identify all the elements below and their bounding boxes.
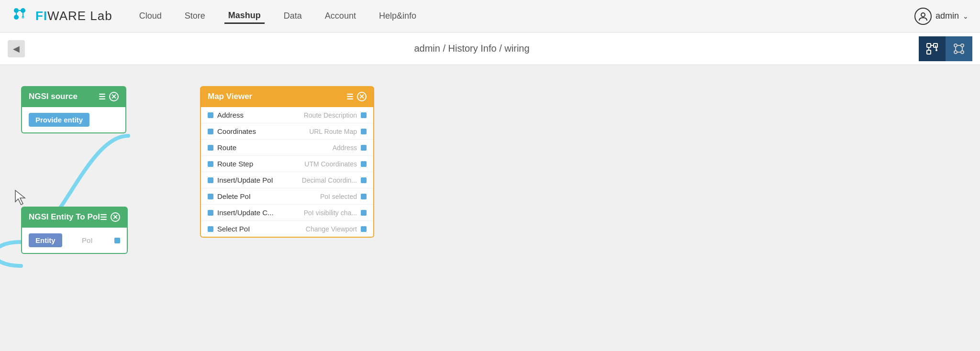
right-dot — [361, 194, 367, 199]
mv-row-value: UTM Coordinates — [304, 160, 357, 168]
ngsi-entity-widget: NGSI Entity To PoI ☰ ✕ Entity PoI — [21, 207, 128, 254]
account-avatar — [914, 8, 932, 25]
entity-endpoint-row: Entity PoI — [29, 233, 120, 247]
map-viewer-row: Address Route Description — [201, 107, 373, 123]
ngsi-entity-menu-icon[interactable]: ☰ — [100, 213, 107, 222]
ngsi-entity-header: NGSI Entity To PoI ☰ ✕ — [21, 207, 128, 228]
account-label: admin — [935, 11, 959, 21]
svg-line-14 — [935, 45, 936, 49]
map-viewer-row: Route Address — [201, 140, 373, 156]
topnav: FIWARE Lab Cloud Store Mashup Data Accou… — [0, 0, 980, 33]
right-dot — [361, 145, 367, 151]
svg-point-15 — [954, 44, 957, 47]
mv-row-right: PoI selected — [320, 193, 367, 200]
mv-row-label: Select PoI — [217, 225, 250, 233]
left-dot — [208, 210, 213, 216]
right-dot — [361, 210, 367, 216]
mv-row-label: Address — [217, 111, 244, 119]
svg-point-13 — [935, 49, 937, 51]
poi-dot — [114, 238, 120, 243]
mv-row-right: UTM Coordinates — [304, 160, 367, 168]
left-dot — [208, 177, 213, 183]
map-viewer-row: Insert/Update PoI Decimal Coordin... — [201, 172, 373, 188]
nav-account[interactable]: Account — [321, 9, 360, 23]
mv-row-right: Change Viewport — [306, 225, 367, 233]
ngsi-source-title: NGSI source — [29, 92, 78, 101]
ngsi-entity-header-icons: ☰ ✕ — [100, 212, 120, 222]
nav-cloud[interactable]: Cloud — [135, 9, 166, 23]
map-viewer-widget: Map Viewer ☰ ✕ Address Route Description… — [200, 86, 374, 238]
poi-label: PoI — [82, 236, 95, 244]
map-viewer-header-icons: ☰ ✕ — [346, 92, 367, 101]
layout-view-button[interactable] — [946, 36, 972, 61]
mv-row-label: Coordinates — [217, 127, 256, 135]
mv-row-label: Insert/Update C... — [217, 208, 274, 217]
account-chevron: ⌄ — [963, 12, 969, 20]
mv-row-left: Insert/Update C... — [208, 208, 274, 217]
right-dot — [361, 226, 367, 232]
mv-row-value: PoI visibility cha... — [304, 209, 357, 217]
mv-row-left: Route — [208, 143, 236, 152]
svg-rect-8 — [927, 44, 931, 47]
left-dot — [208, 129, 213, 134]
left-dot — [208, 194, 213, 199]
mv-row-value: Route Description — [304, 111, 357, 119]
provide-entity-button[interactable]: Provide entity — [29, 113, 89, 127]
mv-row-value: Change Viewport — [306, 225, 357, 233]
svg-rect-10 — [927, 50, 931, 54]
logo-icon — [11, 6, 33, 27]
mv-row-value: PoI selected — [320, 193, 357, 200]
svg-point-18 — [961, 51, 964, 54]
wiring-canvas: NGSI source ☰ ✕ Provide entity NGSI Enti… — [0, 65, 980, 351]
left-dot — [208, 226, 213, 232]
ngsi-source-menu-icon[interactable]: ☰ — [99, 92, 105, 101]
map-viewer-row: Coordinates URL Route Map — [201, 123, 373, 140]
entity-button[interactable]: Entity — [29, 233, 62, 247]
map-viewer-body: Address Route Description Coordinates UR… — [200, 107, 374, 238]
left-dot — [208, 112, 213, 118]
svg-point-16 — [961, 44, 964, 47]
nav-helpinfo[interactable]: Help&info — [375, 9, 420, 23]
ngsi-source-close-icon[interactable]: ✕ — [109, 92, 119, 101]
nav-data[interactable]: Data — [280, 9, 306, 23]
ngsi-source-header-icons: ☰ ✕ — [99, 92, 119, 101]
mv-row-label: Route Step — [217, 160, 253, 168]
mv-row-right: Decimal Coordin... — [302, 176, 367, 184]
mv-row-value: URL Route Map — [309, 128, 357, 135]
mv-row-label: Route — [217, 143, 236, 152]
ngsi-source-header: NGSI source ☰ ✕ — [21, 86, 126, 107]
ngsi-entity-close-icon[interactable]: ✕ — [111, 212, 120, 222]
mv-row-value: Decimal Coordin... — [302, 176, 357, 184]
left-dot — [208, 161, 213, 167]
ngsi-source-body: Provide entity — [21, 107, 126, 133]
account-button[interactable]: admin ⌄ — [914, 8, 969, 25]
wiring-view-button[interactable] — [919, 36, 946, 61]
mv-row-left: Insert/Update PoI — [208, 176, 273, 184]
ngsi-entity-title: NGSI Entity To PoI — [29, 212, 100, 222]
breadcrumb-bar: ◀ admin / History Info / wiring — [0, 33, 980, 65]
mv-row-label: Delete PoI — [217, 192, 251, 200]
left-dot — [208, 145, 213, 151]
map-viewer-header: Map Viewer ☰ ✕ — [200, 86, 374, 107]
mv-row-right: Address — [333, 144, 367, 152]
nav-mashup[interactable]: Mashup — [224, 9, 265, 24]
breadcrumb-path: admin / History Info / wiring — [31, 43, 913, 54]
map-viewer-row: Delete PoI PoI selected — [201, 188, 373, 205]
wire-connection — [0, 65, 980, 351]
mv-row-right: PoI visibility cha... — [304, 209, 367, 217]
map-viewer-row: Insert/Update C... PoI visibility cha... — [201, 205, 373, 221]
right-dot — [361, 161, 367, 167]
right-dot — [361, 177, 367, 183]
cursor-pointer — [13, 188, 28, 209]
map-viewer-menu-icon[interactable]: ☰ — [346, 92, 353, 101]
right-dot — [361, 112, 367, 118]
back-button[interactable]: ◀ — [8, 40, 25, 57]
mv-row-left: Address — [208, 111, 244, 119]
nav-store[interactable]: Store — [181, 9, 209, 23]
breadcrumb-actions — [919, 36, 972, 61]
map-viewer-close-icon[interactable]: ✕ — [357, 92, 367, 101]
map-viewer-row: Select PoI Change Viewport — [201, 221, 373, 237]
svg-point-7 — [921, 13, 925, 17]
mv-row-label: Insert/Update PoI — [217, 176, 273, 184]
mv-row-right: URL Route Map — [309, 128, 367, 135]
